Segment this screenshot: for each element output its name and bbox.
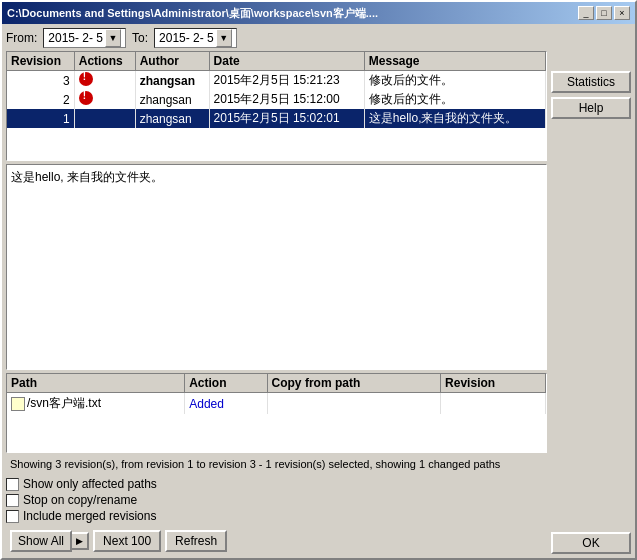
minimize-button[interactable]: _ (578, 6, 594, 20)
col-path: Path (7, 374, 185, 393)
bottom-bar: Show All ▶ Next 100 Refresh (6, 528, 547, 554)
checkbox-row-3: Include merged revisions (6, 509, 547, 523)
cell-revision: 3 (7, 71, 74, 91)
table-row[interactable]: 1 zhangsan 2015年2月5日 15:02:01 这是hello,来自… (7, 109, 546, 128)
ok-button[interactable]: OK (551, 532, 631, 554)
action-icon (79, 91, 93, 105)
cell-date: 2015年2月5日 15:21:23 (209, 71, 364, 91)
status-text: Showing 3 revision(s), from revision 1 t… (10, 458, 500, 470)
from-date-dropdown[interactable]: ▼ (105, 29, 121, 47)
cell-path-action: Added (185, 393, 267, 415)
checkbox-label-stop-copy: Stop on copy/rename (23, 493, 137, 507)
checkboxes-area: Show only affected paths Stop on copy/re… (6, 475, 547, 525)
col-message: Message (364, 52, 545, 71)
cell-author: zhangsan (135, 71, 209, 91)
cell-message: 修改后的文件。 (364, 90, 545, 109)
checkbox-label-affected-paths: Show only affected paths (23, 477, 157, 491)
cell-date: 2015年2月5日 15:12:00 (209, 90, 364, 109)
cell-actions (74, 90, 135, 109)
title-bar: C:\Documents and Settings\Administrator\… (2, 2, 635, 24)
cell-revision: 2 (7, 90, 74, 109)
col-action: Action (185, 374, 267, 393)
col-date: Date (209, 52, 364, 71)
close-button[interactable]: × (614, 6, 630, 20)
from-date-field[interactable]: 2015- 2- 5 ▼ (43, 28, 126, 48)
title-text: C:\Documents and Settings\Administrator\… (7, 6, 378, 21)
cell-message: 这是hello,来自我的文件夹。 (364, 109, 545, 128)
title-bar-buttons: _ □ × (578, 6, 630, 20)
right-panel: Statistics Help OK (551, 51, 631, 554)
paths-table: Path Action Copy from path Revision /svn… (7, 374, 546, 414)
table-row[interactable]: 2 zhangsan 2015年2月5日 15:12:00 修改后的文件。 (7, 90, 546, 109)
message-area: 这是hello, 来自我的文件夹。 (6, 164, 547, 370)
col-author: Author (135, 52, 209, 71)
cell-path: /svn客户端.txt (7, 393, 185, 415)
cell-author: zhangsan (135, 109, 209, 128)
cell-path-rev (441, 393, 546, 415)
show-label-btn[interactable]: Show All (10, 530, 72, 552)
log-table: Revision Actions Author Date Message 3 (7, 52, 546, 128)
paths-container: Path Action Copy from path Revision /svn… (6, 373, 547, 453)
bottom-left: Show All ▶ Next 100 Refresh (10, 530, 227, 552)
table-row[interactable]: 3 zhangsan 2015年2月5日 15:21:23 修改后的文件。 (7, 71, 546, 91)
to-date-value: 2015- 2- 5 (159, 31, 214, 45)
cell-actions (74, 109, 135, 128)
show-button-group: Show All ▶ (10, 530, 89, 552)
checkbox-stop-copy[interactable] (6, 494, 19, 507)
statistics-button[interactable]: Statistics (551, 71, 631, 93)
to-label: To: (132, 31, 148, 45)
action-icon (79, 72, 93, 86)
main-layout: Revision Actions Author Date Message 3 (6, 51, 631, 554)
help-button[interactable]: Help (551, 97, 631, 119)
date-toolbar: From: 2015- 2- 5 ▼ To: 2015- 2- 5 ▼ (6, 28, 631, 48)
col-actions: Actions (74, 52, 135, 71)
cell-author: zhangsan (135, 90, 209, 109)
to-date-dropdown[interactable]: ▼ (216, 29, 232, 47)
col-copy-from-path: Copy from path (267, 374, 441, 393)
checkbox-affected-paths[interactable] (6, 478, 19, 491)
checkbox-row-1: Show only affected paths (6, 477, 547, 491)
cell-message: 修改后的文件。 (364, 71, 545, 91)
show-value: All (51, 534, 64, 548)
to-date-field[interactable]: 2015- 2- 5 ▼ (154, 28, 237, 48)
col-path-revision: Revision (441, 374, 546, 393)
cell-actions (74, 71, 135, 91)
main-window: C:\Documents and Settings\Administrator\… (0, 0, 637, 560)
log-table-container: Revision Actions Author Date Message 3 (6, 51, 547, 161)
cell-revision: 1 (7, 109, 74, 128)
checkbox-row-2: Stop on copy/rename (6, 493, 547, 507)
table-row[interactable]: /svn客户端.txt Added (7, 393, 546, 415)
col-revision: Revision (7, 52, 74, 71)
show-dropdown-btn[interactable]: ▶ (72, 532, 89, 550)
file-icon (11, 397, 25, 411)
refresh-button[interactable]: Refresh (165, 530, 227, 552)
content-area: From: 2015- 2- 5 ▼ To: 2015- 2- 5 ▼ (2, 24, 635, 558)
checkbox-label-merged: Include merged revisions (23, 509, 156, 523)
from-date-value: 2015- 2- 5 (48, 31, 103, 45)
cell-copy-from (267, 393, 441, 415)
maximize-button[interactable]: □ (596, 6, 612, 20)
status-bar: Showing 3 revision(s), from revision 1 t… (6, 456, 547, 472)
checkbox-merged[interactable] (6, 510, 19, 523)
next-100-button[interactable]: Next 100 (93, 530, 161, 552)
message-text: 这是hello, 来自我的文件夹。 (11, 170, 163, 184)
left-panel: Revision Actions Author Date Message 3 (6, 51, 547, 554)
cell-date: 2015年2月5日 15:02:01 (209, 109, 364, 128)
from-label: From: (6, 31, 37, 45)
